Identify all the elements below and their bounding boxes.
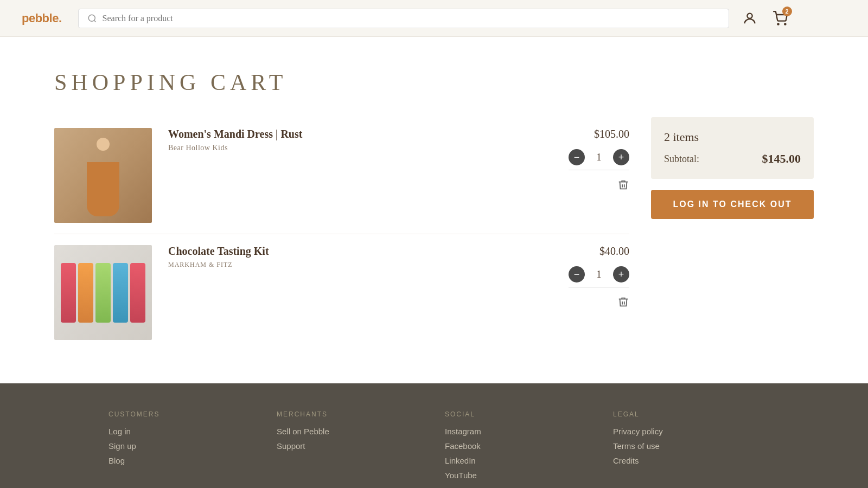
footer-col-title: CUSTOMERS <box>108 410 255 418</box>
footer-col-title: SOCIAL <box>445 410 591 418</box>
quantity-increase-button[interactable]: + <box>613 266 629 282</box>
dress-body <box>87 162 119 216</box>
footer-link-signup[interactable]: Sign up <box>108 441 255 451</box>
svg-point-0 <box>88 15 95 21</box>
svg-line-1 <box>94 20 95 22</box>
account-icon <box>742 11 757 26</box>
search-bar[interactable] <box>78 9 729 28</box>
footer-col-customers: CUSTOMERS Log in Sign up Blog <box>108 410 255 485</box>
footer-link-youtube[interactable]: YouTube <box>445 471 591 480</box>
footer-link-instagram[interactable]: Instagram <box>445 427 591 436</box>
svg-point-2 <box>747 13 752 18</box>
footer: CUSTOMERS Log in Sign up Blog MERCHANTS … <box>0 383 868 488</box>
logo[interactable]: pebble. <box>22 11 62 25</box>
header: pebble. 2 <box>0 0 868 37</box>
summary-amount: $145.00 <box>762 152 801 166</box>
footer-link-credits[interactable]: Credits <box>613 456 760 465</box>
footer-link-linkedin[interactable]: LinkedIn <box>445 456 591 465</box>
footer-col-merchants: MERCHANTS Sell on Pebble Support <box>277 410 423 485</box>
product-info: Women's Mandi Dress | Rust Bear Hollow K… <box>168 128 548 152</box>
quantity-control: − 1 + <box>569 149 629 170</box>
product-vendor: MARKHAM & FITZ <box>168 261 548 269</box>
product-price: $105.00 <box>594 128 629 140</box>
trash-icon <box>617 296 629 308</box>
choc-box-2 <box>78 263 93 323</box>
summary-box: 2 items Subtotal: $145.00 <box>651 117 814 179</box>
page-title: SHOPPING CART <box>54 69 814 95</box>
summary-label: Subtotal: <box>664 153 699 165</box>
account-button[interactable] <box>740 9 760 28</box>
main-content: SHOPPING CART Women's Mandi Dress | Rust… <box>0 37 868 383</box>
quantity-increase-button[interactable]: + <box>613 149 629 165</box>
quantity-decrease-button[interactable]: − <box>569 149 585 165</box>
footer-link-login[interactable]: Log in <box>108 427 255 436</box>
summary-subtotal-row: Subtotal: $145.00 <box>664 152 801 166</box>
footer-col-title: LEGAL <box>613 410 760 418</box>
trash-icon <box>617 179 629 191</box>
footer-col-social: SOCIAL Instagram Facebook LinkedIn YouTu… <box>445 410 591 485</box>
product-controls: $105.00 − 1 + <box>564 128 629 194</box>
footer-col-legal: LEGAL Privacy policy Terms of use Credit… <box>613 410 760 485</box>
product-image-choc <box>54 245 152 340</box>
footer-link-facebook[interactable]: Facebook <box>445 441 591 451</box>
svg-point-3 <box>777 23 778 24</box>
dress-head <box>97 138 110 151</box>
cart-item: Chocolate Tasting Kit MARKHAM & FITZ $40… <box>54 234 629 351</box>
summary-items-count: 2 items <box>664 130 801 144</box>
product-name: Chocolate Tasting Kit <box>168 245 548 258</box>
choc-box-1 <box>61 263 76 323</box>
product-name: Women's Mandi Dress | Rust <box>168 128 548 140</box>
footer-link-sell[interactable]: Sell on Pebble <box>277 427 423 436</box>
choc-box-4 <box>113 263 128 323</box>
footer-link-blog[interactable]: Blog <box>108 456 255 465</box>
choc-box-5 <box>130 263 145 323</box>
footer-link-privacy[interactable]: Privacy policy <box>613 427 760 436</box>
footer-link-support[interactable]: Support <box>277 441 423 451</box>
search-input[interactable] <box>103 14 720 23</box>
quantity-value: 1 <box>593 269 604 280</box>
quantity-value: 1 <box>593 152 604 163</box>
cart-layout: Women's Mandi Dress | Rust Bear Hollow K… <box>54 117 814 351</box>
delete-item-button[interactable] <box>617 296 629 311</box>
cart-badge: 2 <box>782 7 792 16</box>
search-icon <box>87 14 97 23</box>
delete-item-button[interactable] <box>617 179 629 194</box>
product-price: $40.00 <box>599 245 629 258</box>
header-actions: 2 <box>740 9 790 28</box>
footer-link-terms[interactable]: Terms of use <box>613 441 760 451</box>
dress-figure <box>79 135 127 216</box>
product-vendor: Bear Hollow Kids <box>168 144 548 152</box>
product-info: Chocolate Tasting Kit MARKHAM & FITZ <box>168 245 548 269</box>
order-summary: 2 items Subtotal: $145.00 LOG IN TO CHEC… <box>651 117 814 219</box>
svg-point-4 <box>784 23 786 24</box>
quantity-control: − 1 + <box>569 266 629 287</box>
quantity-decrease-button[interactable]: − <box>569 266 585 282</box>
checkout-button[interactable]: LOG IN TO CHECK OUT <box>651 190 814 219</box>
product-controls: $40.00 − 1 + <box>564 245 629 311</box>
cart-items: Women's Mandi Dress | Rust Bear Hollow K… <box>54 117 629 351</box>
cart-item: Women's Mandi Dress | Rust Bear Hollow K… <box>54 117 629 234</box>
choc-box-3 <box>95 263 111 323</box>
product-image-dress <box>54 128 152 223</box>
footer-col-title: MERCHANTS <box>277 410 423 418</box>
footer-grid: CUSTOMERS Log in Sign up Blog MERCHANTS … <box>108 410 760 485</box>
cart-wrapper: 2 <box>770 9 790 28</box>
